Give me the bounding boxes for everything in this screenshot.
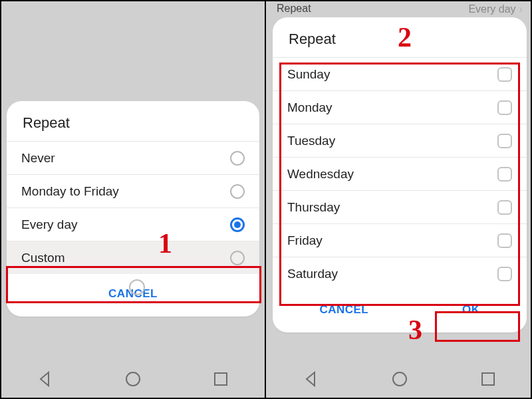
back-icon[interactable] [303, 370, 320, 390]
left-screenshot: Repeat Never Monday to Friday Every day … [1, 1, 266, 398]
dialog-title: Repeat [7, 114, 259, 141]
checkbox-icon[interactable] [497, 100, 512, 115]
recent-icon[interactable] [479, 370, 497, 390]
svg-point-2 [393, 372, 406, 386]
day-label: Saturday [287, 267, 338, 281]
home-icon[interactable] [391, 370, 408, 390]
circle-decoration [129, 279, 145, 295]
day-thursday[interactable]: Thursday [273, 190, 527, 223]
checkbox-icon[interactable] [497, 200, 512, 215]
option-mon-fri[interactable]: Monday to Friday [7, 174, 259, 207]
svg-point-0 [126, 372, 140, 386]
settings-value: Every day [468, 3, 515, 15]
option-label: Custom [21, 251, 65, 265]
settings-label: Repeat [277, 3, 311, 15]
back-icon[interactable] [37, 370, 54, 390]
radio-icon[interactable] [230, 251, 245, 265]
day-label: Sunday [287, 67, 330, 82]
annotation-number-3: 3 [408, 314, 422, 346]
option-label: Every day [21, 217, 77, 232]
day-label: Tuesday [287, 134, 335, 148]
day-sunday[interactable]: Sunday [273, 57, 527, 90]
android-navbar [1, 363, 265, 398]
chevron-right-icon: › [519, 2, 523, 15]
option-label: Monday to Friday [21, 184, 119, 199]
annotation-number-2: 2 [398, 21, 412, 53]
day-label: Monday [287, 100, 332, 115]
home-icon[interactable] [124, 370, 142, 390]
option-custom[interactable]: Custom [7, 241, 259, 274]
day-saturday[interactable]: Saturday [273, 257, 527, 290]
cancel-button[interactable]: CANCEL [302, 297, 386, 323]
day-wednesday[interactable]: Wednesday [273, 157, 527, 190]
option-every-day[interactable]: Every day [7, 207, 259, 241]
day-tuesday[interactable]: Tuesday [273, 124, 527, 157]
option-never[interactable]: Never [7, 141, 259, 174]
radio-icon[interactable] [230, 184, 245, 199]
checkbox-icon[interactable] [497, 67, 512, 82]
svg-rect-1 [215, 373, 227, 385]
checkbox-icon[interactable] [497, 233, 512, 248]
day-friday[interactable]: Friday [273, 223, 527, 257]
option-label: Never [21, 151, 55, 166]
button-bar: CANCEL OK [273, 290, 527, 323]
android-navbar [267, 363, 532, 398]
checkbox-icon[interactable] [497, 267, 512, 281]
day-monday[interactable]: Monday [273, 90, 527, 124]
day-label: Thursday [287, 200, 340, 215]
checkbox-icon[interactable] [497, 134, 512, 148]
radio-icon[interactable] [230, 151, 245, 166]
svg-rect-3 [482, 373, 494, 385]
right-screenshot: Repeat Every day › Repeat Sunday Monday … [267, 1, 532, 398]
repeat-dialog-right: Repeat Sunday Monday Tuesday Wednesday T… [273, 17, 527, 332]
day-label: Wednesday [287, 167, 354, 182]
settings-row-behind[interactable]: Repeat Every day › [267, 1, 532, 16]
day-label: Friday [287, 233, 323, 248]
radio-icon-selected[interactable] [230, 217, 245, 232]
ok-button[interactable]: OK [445, 297, 497, 323]
annotation-number-1: 1 [158, 227, 172, 259]
checkbox-icon[interactable] [497, 167, 512, 182]
recent-icon[interactable] [212, 370, 229, 390]
